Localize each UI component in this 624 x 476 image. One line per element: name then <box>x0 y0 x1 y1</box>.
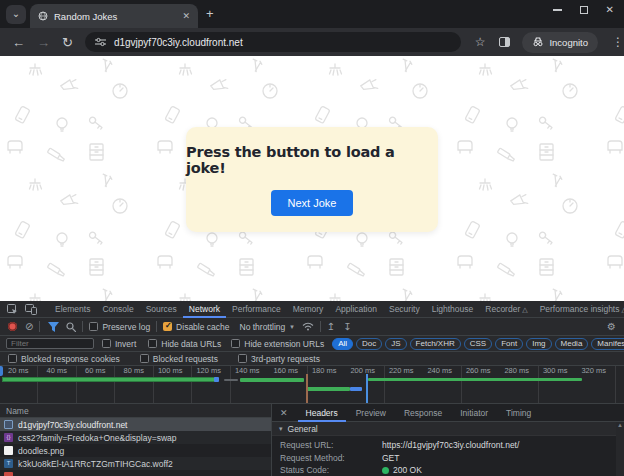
devtools-tab-elements[interactable]: Elements <box>49 301 96 318</box>
request-row-clipped[interactable] <box>0 470 271 476</box>
hide-data-urls-checkbox[interactable] <box>148 339 157 348</box>
tab-close-icon[interactable]: ✕ <box>182 11 190 21</box>
maximize-icon[interactable] <box>580 6 588 14</box>
devtools-tab-application[interactable]: Application <box>329 301 383 318</box>
chip-all[interactable]: All <box>332 338 353 350</box>
dropdown-caret-icon[interactable]: ▾ <box>290 323 294 331</box>
devtools-tab-performance-insights[interactable]: Performance insights△ <box>534 301 624 318</box>
request-row-image[interactable]: doodles.png <box>0 444 271 457</box>
chip-js[interactable]: JS <box>385 338 406 350</box>
hide-extension-urls-checkbox[interactable] <box>231 339 240 348</box>
devtools-tab-memory[interactable]: Memory <box>287 301 330 318</box>
url-text[interactable]: d1gvjpyf70c3iy.cloudfront.net <box>114 37 243 48</box>
browser-tab[interactable]: Random Jokes ✕ <box>30 4 198 28</box>
request-bar-css <box>240 378 304 382</box>
address-bar[interactable]: d1gvjpyf70c3iy.cloudfront.net <box>85 32 461 52</box>
scroll-up-icon[interactable]: ▲ <box>617 422 623 428</box>
chip-manifest[interactable]: Manifest <box>591 338 624 350</box>
request-bar-img <box>368 378 582 381</box>
search-icon[interactable] <box>66 322 76 332</box>
joke-card: Press the button to load a joke! Next Jo… <box>186 127 438 232</box>
forward-icon[interactable]: → <box>37 35 50 50</box>
invert-checkbox[interactable] <box>102 339 111 348</box>
chip-media[interactable]: Media <box>555 338 589 350</box>
network-overview-timeline[interactable]: 20 ms 40 ms 60 ms 80 ms 100 ms 120 ms 14… <box>0 366 624 404</box>
bookmark-star-icon[interactable]: ☆ <box>475 35 486 49</box>
disable-cache-checkbox[interactable] <box>163 322 172 331</box>
overview-selection-handle[interactable] <box>0 366 3 376</box>
devtools-tab-network[interactable]: Network <box>183 301 226 318</box>
side-panel-icon[interactable] <box>499 37 510 47</box>
window-close-icon[interactable]: ✕ <box>606 6 614 14</box>
chip-css[interactable]: CSS <box>464 338 492 350</box>
timeline-tick-labels: 20 ms 40 ms 60 ms 80 ms 100 ms 120 ms 14… <box>0 366 624 376</box>
devtools-tab-sources[interactable]: Sources <box>140 301 183 318</box>
devtools-tab-performance[interactable]: Performance <box>226 301 287 318</box>
back-icon[interactable]: ← <box>12 35 25 50</box>
details-close-icon[interactable]: ✕ <box>280 408 288 418</box>
details-tab-headers[interactable]: Headers <box>298 404 346 422</box>
minimize-icon[interactable] <box>553 9 562 11</box>
invert-label[interactable]: Invert <box>115 339 136 349</box>
reload-icon[interactable]: ↻ <box>62 35 73 50</box>
chip-img[interactable]: Img <box>526 338 551 350</box>
blocked-requests-label[interactable]: Blocked requests <box>153 354 218 364</box>
details-tab-initiator[interactable]: Initiator <box>452 404 496 422</box>
inspect-element-icon[interactable] <box>7 304 18 315</box>
requests-panel: Name d1gvjpyf70c3iy.cloudfront.net {}css… <box>0 404 272 476</box>
blocked-requests-checkbox[interactable] <box>140 354 149 363</box>
network-settings-gear-icon[interactable]: ⚙ <box>607 321 616 332</box>
chip-fetch-xhr[interactable]: Fetch/XHR <box>410 338 461 350</box>
request-row-stylesheet[interactable]: {}css2?family=Fredoka+One&display=swap <box>0 431 271 444</box>
request-row-document[interactable]: d1gvjpyf70c3iy.cloudfront.net <box>0 418 271 431</box>
chip-font[interactable]: Font <box>495 338 523 350</box>
filter-funnel-icon[interactable] <box>48 322 59 332</box>
browser-menu-kebab-icon[interactable]: ⋮ <box>612 35 624 49</box>
third-party-checkbox[interactable] <box>238 354 247 363</box>
network-conditions-wifi-icon[interactable] <box>302 322 314 331</box>
general-section-header[interactable]: ▾ General <box>272 422 624 436</box>
throttling-select[interactable]: No throttling <box>240 322 286 332</box>
globe-favicon-icon <box>38 11 48 21</box>
chip-doc[interactable]: Doc <box>356 338 382 350</box>
devtools-tab-security[interactable]: Security <box>383 301 426 318</box>
devtools-tab-console[interactable]: Console <box>96 301 139 318</box>
resource-type-chips: All Doc JS Fetch/XHR CSS Font Img Media … <box>332 338 624 350</box>
request-row-font[interactable]: Tk3kUo8kEl-tA1RRcTZGmTIHGCac.woff2 <box>0 457 271 470</box>
request-url-value: https://d1gvjpyf70c3iy.cloudfront.net/ <box>382 440 519 450</box>
requests-name-header[interactable]: Name <box>0 404 271 418</box>
blocked-cookies-checkbox[interactable] <box>8 354 17 363</box>
request-url-label: Request URL: <box>272 440 382 450</box>
site-settings-icon[interactable] <box>95 37 106 47</box>
hide-data-urls-label[interactable]: Hide data URLs <box>161 339 221 349</box>
import-har-icon[interactable]: ↥ <box>327 321 335 332</box>
details-tab-response[interactable]: Response <box>396 404 450 422</box>
details-scrollbar[interactable]: ▲ <box>616 422 624 476</box>
devtools-tab-recorder[interactable]: Recorder△ <box>479 301 533 318</box>
next-joke-button[interactable]: Next Joke <box>271 190 354 216</box>
tick-label: 80 ms <box>116 366 155 376</box>
record-network-log-icon[interactable] <box>8 322 17 331</box>
export-har-icon[interactable]: ↧ <box>343 321 351 332</box>
clear-network-log-icon[interactable]: ⊘ <box>25 321 33 332</box>
preserve-log-label[interactable]: Preserve log <box>102 322 150 332</box>
third-party-label[interactable]: 3rd-party requests <box>251 354 320 364</box>
network-filter-row: Invert Hide data URLs Hide extension URL… <box>0 336 624 352</box>
filter-input[interactable] <box>6 338 94 349</box>
request-method-label: Request Method: <box>272 453 382 463</box>
disable-cache-label[interactable]: Disable cache <box>176 322 229 332</box>
tab-search-button[interactable]: ⌄ <box>6 5 26 24</box>
browser-window: ⌄ Random Jokes ✕ + ✕ ← → ↻ d1gvjpyf70c3i… <box>0 0 624 476</box>
joke-heading: Press the button to load a joke! <box>186 144 438 176</box>
details-tabbar: ✕ Headers Preview Response Initiator Tim… <box>272 404 624 422</box>
preserve-log-checkbox[interactable] <box>89 322 98 331</box>
device-toolbar-icon[interactable] <box>25 304 37 315</box>
new-tab-button[interactable]: + <box>206 6 214 21</box>
details-tab-preview[interactable]: Preview <box>348 404 394 422</box>
image-type-icon <box>4 446 13 455</box>
details-tab-timing[interactable]: Timing <box>498 404 539 422</box>
incognito-badge: Incognito <box>522 32 598 53</box>
blocked-cookies-label[interactable]: Blocked response cookies <box>21 354 120 364</box>
hide-extension-urls-label[interactable]: Hide extension URLs <box>244 339 324 349</box>
devtools-tab-lighthouse[interactable]: Lighthouse <box>426 301 480 318</box>
